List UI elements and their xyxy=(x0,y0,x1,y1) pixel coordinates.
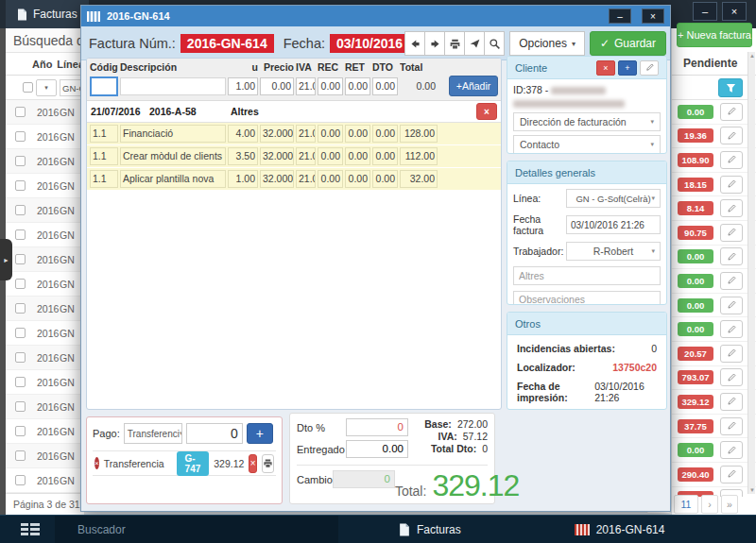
list-item[interactable]: 2016 GN xyxy=(6,395,84,419)
edit-invoice-button[interactable] xyxy=(720,441,743,459)
year-filter-dropdown[interactable]: ▾ xyxy=(36,79,57,96)
list-item[interactable]: 2016 GN xyxy=(6,272,84,297)
modal-minimize-button[interactable]: – xyxy=(609,8,631,24)
row-checkbox[interactable] xyxy=(15,254,26,264)
edit-invoice-button[interactable] xyxy=(720,368,743,386)
row-checkbox[interactable] xyxy=(15,180,26,191)
remove-client-button[interactable]: × xyxy=(596,60,615,76)
new-invoice-button[interactable]: + Nueva factura xyxy=(677,23,752,47)
list-item[interactable]: 2016 GN xyxy=(6,468,84,493)
taskbar-item-invoice[interactable]: 2016-GN-614 xyxy=(575,523,665,536)
list-item[interactable]: 2016 GN xyxy=(6,297,84,321)
row-checkbox[interactable] xyxy=(15,156,26,166)
edit-invoice-button[interactable] xyxy=(720,272,743,290)
options-dropdown[interactable]: Opciones ▾ xyxy=(509,31,585,56)
edit-invoice-button[interactable] xyxy=(720,320,743,338)
row-checkbox[interactable] xyxy=(15,107,26,117)
new-item-units-input[interactable]: 1.00 xyxy=(228,77,258,95)
vertical-scrollbar[interactable]: ▲ ▼ xyxy=(747,52,755,494)
entregado-input[interactable]: 0.00 xyxy=(346,440,408,458)
edit-invoice-button[interactable] xyxy=(720,393,743,411)
edit-invoice-button[interactable] xyxy=(720,127,743,144)
trabajador-select[interactable]: R-Robert▾ xyxy=(566,242,661,261)
new-item-ret-input[interactable]: 0.00 xyxy=(345,77,370,95)
edit-invoice-button[interactable] xyxy=(720,247,743,265)
list-item[interactable]: 2016 GN xyxy=(6,444,84,468)
year-column-header[interactable]: Año xyxy=(30,59,55,70)
new-item-dto-input[interactable]: 0.00 xyxy=(372,77,398,95)
list-item[interactable]: 2016 GN xyxy=(6,149,84,174)
linea-select[interactable]: GN - G-Soft(Celrà)▾ xyxy=(566,189,661,208)
new-item-rec-input[interactable]: 0.00 xyxy=(318,77,343,95)
payment-amount-input[interactable] xyxy=(186,423,243,444)
scroll-down-icon[interactable]: ▼ xyxy=(748,487,756,493)
row-checkbox[interactable] xyxy=(15,131,26,142)
taskbar-item-facturas[interactable]: Facturas xyxy=(399,523,461,536)
list-item[interactable]: 2016 GN xyxy=(6,100,84,125)
list-item[interactable]: 2016 GN xyxy=(6,321,84,346)
payment-ref-badge[interactable]: G-747 xyxy=(177,451,210,476)
add-item-button[interactable]: +Añadir xyxy=(449,76,498,96)
taskbar-item-buscador[interactable]: Buscador xyxy=(55,516,338,543)
menu-grid-icon[interactable] xyxy=(21,523,42,536)
edit-invoice-button[interactable] xyxy=(720,345,743,363)
scroll-up-icon[interactable]: ▲ xyxy=(748,53,756,59)
print-payment-button[interactable] xyxy=(262,454,274,473)
list-item[interactable]: 2016 GN xyxy=(6,370,84,395)
print-button[interactable] xyxy=(444,31,465,56)
window-minimize-button[interactable]: – xyxy=(693,2,717,21)
row-checkbox[interactable] xyxy=(15,426,26,436)
next-invoice-button[interactable] xyxy=(424,31,445,56)
row-checkbox[interactable] xyxy=(15,205,26,215)
edit-invoice-button[interactable] xyxy=(720,297,743,314)
modal-titlebar[interactable]: 2016-GN-614 – × xyxy=(81,6,670,26)
tab-facturas[interactable]: Facturas xyxy=(6,0,89,28)
list-item[interactable]: 2016 GN xyxy=(6,198,84,223)
billing-address-select[interactable]: Dirección de facturación ▾ xyxy=(513,112,661,131)
dto-input[interactable]: 0 xyxy=(346,418,408,436)
remove-payment-button[interactable]: × xyxy=(249,454,257,473)
new-item-iva-input[interactable]: 21.00 xyxy=(296,77,316,95)
item-row[interactable]: 1.1 Financiació 4.00 32.0000 21.00 0.00 … xyxy=(87,123,501,145)
modal-close-button[interactable]: × xyxy=(642,8,664,24)
previous-invoice-button[interactable] xyxy=(404,31,425,56)
fecha-factura-input[interactable] xyxy=(566,215,661,234)
row-checkbox[interactable] xyxy=(15,229,26,240)
item-row[interactable]: 1.1 Crear mòdul de clients especí 3.50 3… xyxy=(87,145,501,168)
new-item-description-input[interactable] xyxy=(120,77,226,95)
page-button[interactable]: › xyxy=(701,495,718,514)
row-checkbox[interactable] xyxy=(15,328,26,338)
pendiente-column-header[interactable]: Pendiente xyxy=(672,52,756,76)
edit-invoice-button[interactable] xyxy=(720,151,743,169)
send-button[interactable] xyxy=(464,31,485,56)
observaciones-textarea[interactable] xyxy=(513,291,661,305)
list-item[interactable]: 2016 GN xyxy=(6,174,84,198)
row-checkbox[interactable] xyxy=(15,377,26,387)
row-checkbox[interactable] xyxy=(15,450,26,461)
edit-invoice-button[interactable] xyxy=(720,417,743,435)
item-row[interactable]: 1.1 Aplicar plantilla nova 1.00 32.0000 … xyxy=(87,168,501,191)
list-item[interactable]: 2016 GN xyxy=(6,346,84,370)
list-item[interactable]: 2016 GN xyxy=(6,125,84,149)
new-item-price-input[interactable]: 0.00 xyxy=(260,77,294,95)
search-button[interactable] xyxy=(484,31,505,56)
select-all-checkbox[interactable] xyxy=(23,82,33,93)
add-client-button[interactable]: + xyxy=(618,60,637,76)
save-button[interactable]: ✓ Guardar xyxy=(590,31,666,56)
remove-group-button[interactable]: × xyxy=(476,103,497,120)
filter-button[interactable] xyxy=(718,78,743,97)
altres-input[interactable] xyxy=(513,266,661,285)
add-payment-button[interactable]: + xyxy=(247,423,273,444)
row-checkbox[interactable] xyxy=(15,401,26,412)
window-close-button[interactable]: × xyxy=(722,2,747,21)
page-button[interactable]: 11 xyxy=(674,495,698,514)
edit-invoice-button[interactable] xyxy=(720,103,743,121)
sidebar-expand-handle[interactable]: ► xyxy=(0,239,12,280)
row-checkbox[interactable] xyxy=(15,279,26,289)
row-checkbox[interactable] xyxy=(15,303,26,314)
edit-invoice-button[interactable] xyxy=(720,224,743,242)
edit-client-button[interactable] xyxy=(640,60,659,76)
edit-invoice-button[interactable] xyxy=(720,199,743,217)
line-filter-input[interactable]: GN-G-S xyxy=(60,79,82,96)
row-checkbox[interactable] xyxy=(15,475,26,485)
